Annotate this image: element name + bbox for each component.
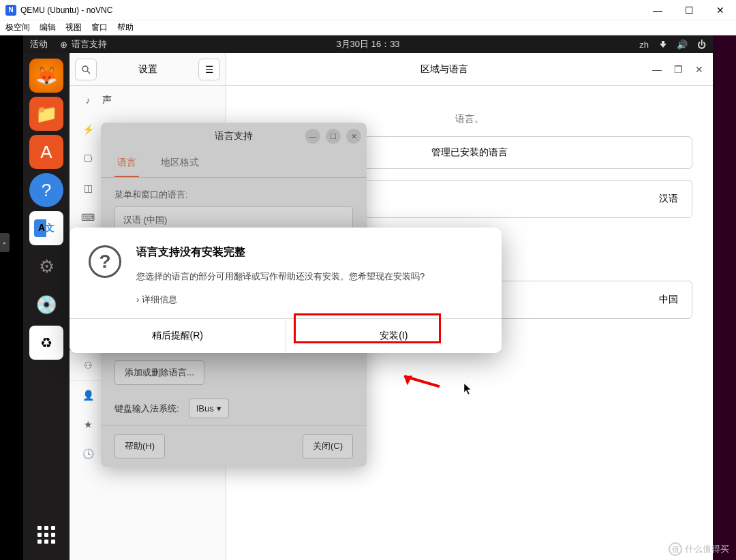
menu-item[interactable]: 窗口 [91,22,108,33]
chevron-down-icon: ▾ [217,403,221,414]
menu-lang-label: 菜单和窗口的语言: [114,189,353,201]
list-item[interactable]: 汉语 (中国) [123,214,344,226]
watermark-logo: 值 [669,542,682,556]
dock-firefox[interactable]: 🦊 [29,59,63,93]
mouse-cursor [463,383,473,398]
close-button[interactable]: 关闭(C) [303,434,353,458]
page-title: 区域与语言 [236,63,652,76]
install-dialog: ? 语言支持没有安装完整 您选择的语言的部分可用翻译或写作帮助还没有安装。您希望… [70,228,502,353]
vnc-menubar: 极空间 编辑 视图 窗口 帮助 [0,20,736,35]
input-indicator[interactable]: zh [639,40,649,50]
sidebar-icon: 👤 [82,390,94,401]
close-button[interactable]: ✕ [705,0,736,20]
install-button[interactable]: 安装(I) [286,319,502,353]
dock-language[interactable]: A文 [29,211,63,245]
globe-icon: ⊕ [60,40,67,50]
sidebar-item-sound[interactable]: ♪声 [70,86,226,115]
maximize-button[interactable]: ☐ [673,0,705,20]
sidebar-icon: ⚇ [82,360,94,371]
dock-disc[interactable]: 💿 [29,287,63,322]
help-button[interactable]: 帮助(H) [114,434,165,458]
app-icon: N [5,5,16,16]
menu-item[interactable]: 视图 [65,22,82,33]
svg-line-1 [87,71,90,74]
sidebar-icon: ★ [82,419,94,430]
sidebar-icon: ♪ [82,95,94,106]
menu-item[interactable]: 编辑 [40,22,56,33]
dialog-message: 您选择的语言的部分可用翻译或写作帮助还没有安装。您希望现在安装吗? [136,269,425,284]
dialog-title: 语言支持没有安装完整 [136,245,425,260]
lang-minimize-button[interactable]: — [305,129,320,144]
details-toggle[interactable]: › 详细信息 [136,294,425,306]
lang-maximize-button[interactable]: ☐ [326,129,341,144]
dock-trash[interactable]: ♻ [29,326,63,360]
network-icon[interactable] [658,40,668,49]
dock-apps-button[interactable] [29,518,63,552]
settings-main-header: 区域与语言 — ❐ ✕ [226,53,713,86]
gnome-topbar: 活动 ⊕ 语言支持 3月30日 16：33 zh 🔊 ⏻ [23,35,713,53]
left-black-edge [0,35,23,560]
settings-sidebar-header: 设置 ☰ [70,53,226,86]
minimize-button[interactable]: — [642,0,673,20]
sidebar-item-label: 声 [102,94,112,106]
sidebar-icon: 🖵 [82,153,94,164]
clock[interactable]: 3月30日 16：33 [336,38,399,50]
sidebar-icon: ⌨ [82,212,94,223]
sidebar-icon: ◫ [82,183,94,193]
search-button[interactable] [75,59,97,80]
dock-help[interactable]: ? [29,173,63,207]
question-icon: ? [89,245,121,278]
lang-close-button[interactable]: ✕ [346,129,361,144]
close-icon[interactable]: ✕ [695,64,703,75]
add-remove-languages-button[interactable]: 添加或删除语言... [114,360,204,385]
svg-line-2 [404,363,440,400]
menu-item[interactable]: 帮助 [117,22,134,33]
windows-titlebar: N QEMU (Ubuntu) - noVNC — ☐ ✕ [0,0,736,20]
ubuntu-dock: 🦊 📁 A ? A文 ⚙ 💿 ♻ [23,53,70,560]
svg-point-0 [82,66,88,72]
ime-label: 键盘输入法系统: [114,403,179,415]
dock-settings[interactable]: ⚙ [29,249,63,283]
novnc-tab-pull[interactable]: ▸ [0,233,10,252]
settings-title: 设置 [102,63,193,76]
lang-titlebar: 语言支持 — ☐ ✕ [101,123,367,150]
remind-later-button[interactable]: 稍后提醒(R) [70,319,286,353]
lang-tabs: 语言 地区格式 [101,150,367,178]
sidebar-icon: 🕓 [82,448,94,459]
minimize-icon[interactable]: — [652,64,662,75]
window-title: QEMU (Ubuntu) - noVNC [20,5,112,15]
tab-regional-formats[interactable]: 地区格式 [158,150,202,177]
dock-files[interactable]: 📁 [29,97,63,131]
menu-item[interactable]: 极空间 [5,22,30,33]
volume-icon[interactable]: 🔊 [677,40,687,49]
tab-language[interactable]: 语言 [114,150,139,177]
watermark: 值 什么值得买 [669,542,729,556]
ime-select[interactable]: IBus ▾ [189,399,229,418]
activities-button[interactable]: 活动 [30,38,48,50]
power-icon[interactable]: ⏻ [696,40,706,49]
maximize-icon[interactable]: ❐ [674,64,683,75]
hamburger-button[interactable]: ☰ [198,59,220,80]
ubuntu-desktop: ▸ 活动 ⊕ 语言支持 3月30日 16：33 zh 🔊 ⏻ 🦊 📁 A ? A… [0,35,736,560]
dock-software[interactable]: A [29,135,63,169]
app-menu[interactable]: ⊕ 语言支持 [60,38,107,50]
sidebar-icon: ⚡ [82,124,94,135]
